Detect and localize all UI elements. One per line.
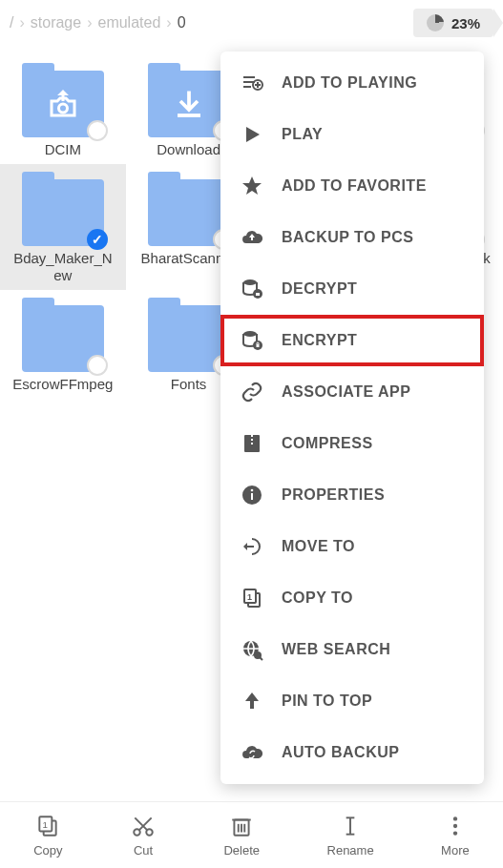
folder-label: DCIM — [45, 141, 81, 158]
menu-item-label: ASSOCIATE APP — [282, 383, 410, 401]
menu-item-label: COPY TO — [282, 589, 353, 607]
breadcrumb: / › storage › emulated › 0 23% — [0, 0, 503, 46]
db-unlock-icon — [240, 277, 264, 301]
rename-button[interactable]: Rename — [327, 813, 374, 858]
chevron-right-icon: › — [87, 14, 92, 31]
folder-item[interactable]: EscrowFFmpeg — [0, 290, 126, 399]
menu-item-label: ADD TO PLAYING — [282, 74, 417, 92]
menu-item-label: DECRYPT — [282, 280, 357, 298]
chevron-right-icon: › — [166, 14, 171, 31]
menu-item-associate-app[interactable]: ASSOCIATE APP — [220, 366, 484, 418]
camera-upload-icon — [44, 87, 82, 121]
star-icon — [240, 174, 264, 198]
menu-item-add-to-playing[interactable]: ADD TO PLAYING — [220, 57, 484, 109]
svg-line-30 — [260, 657, 262, 660]
info-icon — [240, 483, 264, 507]
menu-item-properties[interactable]: PROPERTIES — [220, 469, 484, 521]
svg-point-12 — [243, 279, 257, 285]
svg-marker-31 — [245, 692, 259, 709]
svg-rect-19 — [251, 435, 253, 437]
svg-marker-9 — [246, 127, 260, 142]
svg-text:1: 1 — [43, 819, 48, 830]
svg-point-24 — [251, 489, 254, 492]
chevron-right-icon: › — [19, 14, 24, 31]
move-icon — [240, 534, 264, 559]
folder-icon — [148, 179, 230, 246]
menu-item-label: PLAY — [282, 126, 323, 143]
svg-rect-5 — [243, 86, 251, 88]
web-search-icon — [240, 637, 264, 662]
folder-item[interactable]: DCIM — [0, 55, 126, 164]
trash-icon — [228, 813, 255, 839]
delete-label: Delete — [223, 843, 260, 858]
scissors-icon — [130, 813, 157, 839]
status-dot — [87, 120, 108, 141]
menu-item-play[interactable]: PLAY — [220, 109, 484, 160]
bottom-toolbar: 1 Copy Cut Delete Rename More — [0, 801, 503, 868]
menu-item-copy-to[interactable]: 1COPY TO — [220, 572, 484, 624]
svg-rect-17 — [257, 344, 260, 347]
check-icon — [87, 229, 108, 250]
pin-icon — [240, 689, 264, 713]
menu-item-pin-to-top[interactable]: PIN TO TOP — [220, 675, 484, 727]
menu-item-decrypt[interactable]: DECRYPT — [220, 263, 484, 315]
menu-item-auto-backup[interactable]: AUTO BACKUP — [220, 727, 484, 778]
folder-icon — [22, 305, 104, 372]
menu-item-encrypt[interactable]: ENCRYPT — [220, 315, 484, 366]
folder-label: Download — [157, 141, 220, 158]
more-button[interactable]: More — [441, 813, 470, 858]
menu-item-compress[interactable]: COMPRESS — [220, 418, 484, 469]
status-dot — [87, 355, 108, 376]
svg-point-0 — [58, 104, 67, 113]
copy-icon: 1 — [34, 813, 61, 839]
menu-item-web-search[interactable]: WEB SEARCH — [220, 624, 484, 675]
more-vertical-icon — [442, 813, 469, 839]
folder-label: Fonts — [171, 376, 207, 393]
db-lock-icon — [240, 328, 264, 353]
menu-item-label: PIN TO TOP — [282, 692, 372, 710]
link-icon — [240, 380, 264, 404]
more-label: More — [441, 843, 470, 858]
copy-label: Copy — [33, 843, 62, 858]
folder-label: Bday_Maker_New — [10, 250, 115, 284]
menu-item-label: AUTO BACKUP — [282, 744, 399, 761]
folder-item[interactable]: Bday_Maker_New — [0, 164, 126, 290]
copy-icon: 1 — [240, 586, 264, 610]
text-cursor-icon — [337, 813, 364, 839]
copy-button[interactable]: 1 Copy — [33, 813, 62, 858]
svg-point-15 — [243, 331, 257, 337]
menu-item-label: WEB SEARCH — [282, 641, 390, 658]
svg-point-48 — [453, 824, 457, 828]
breadcrumb-root[interactable]: / — [10, 14, 13, 31]
cloud-up-icon — [240, 225, 264, 250]
play-icon — [240, 122, 264, 147]
menu-item-label: MOVE TO — [282, 538, 355, 555]
playlist-add-icon — [240, 71, 264, 95]
svg-rect-20 — [251, 439, 253, 441]
folder-label: EscrowFFmpeg — [12, 376, 113, 393]
menu-item-add-to-favorite[interactable]: ADD TO FAVORITE — [220, 160, 484, 212]
breadcrumb-emulated[interactable]: emulated — [97, 14, 160, 31]
menu-item-move-to[interactable]: MOVE TO — [220, 521, 484, 572]
folder-icon — [148, 305, 230, 372]
menu-item-label: ENCRYPT — [282, 332, 357, 349]
download-icon — [172, 87, 206, 121]
breadcrumb-current: 0 — [178, 14, 186, 31]
cut-label: Cut — [134, 843, 153, 858]
menu-item-label: BACKUP TO PCS — [282, 229, 413, 246]
folder-icon — [22, 179, 104, 246]
delete-button[interactable]: Delete — [223, 813, 260, 858]
cloud-sync-icon — [240, 740, 264, 765]
svg-rect-14 — [256, 293, 260, 296]
context-menu: ADD TO PLAYINGPLAYADD TO FAVORITEBACKUP … — [220, 52, 484, 784]
pie-chart-icon — [427, 14, 444, 31]
rename-label: Rename — [327, 843, 374, 858]
storage-badge[interactable]: 23% — [413, 9, 493, 37]
svg-point-47 — [453, 816, 457, 820]
svg-marker-10 — [242, 176, 262, 195]
cut-button[interactable]: Cut — [130, 813, 157, 858]
svg-point-49 — [453, 831, 457, 835]
folder-icon — [22, 71, 104, 137]
menu-item-backup-to-pcs[interactable]: BACKUP TO PCS — [220, 212, 484, 263]
breadcrumb-storage[interactable]: storage — [31, 14, 81, 31]
